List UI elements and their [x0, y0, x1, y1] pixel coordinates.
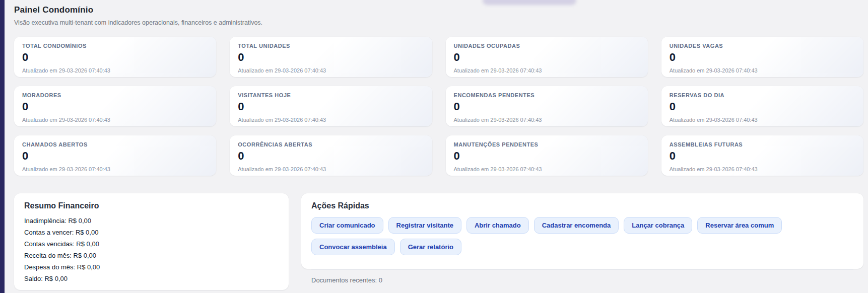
recent-documents-count: Documentos recentes: 0	[311, 276, 853, 284]
stat-updated-timestamp: Atualizado em 29-03-2026 07:40:43	[454, 67, 640, 74]
bottom-panels-row: Resumo Financeiro Inadimplência: R$ 0,00…	[14, 193, 863, 290]
stat-label: ENCOMENDAS PENDENTES	[454, 92, 640, 98]
convocar-assembleia-button[interactable]: Convocar assembleia	[311, 239, 395, 255]
stat-card-visitantes-hoje: VISITANTES HOJE 0 Atualizado em 29-03-20…	[230, 86, 432, 126]
stat-value: 0	[454, 150, 640, 163]
stats-grid: TOTAL CONDOMÍNIOS 0 Atualizado em 29-03-…	[14, 37, 863, 176]
stat-label: VISITANTES HOJE	[238, 92, 424, 98]
stat-updated-timestamp: Atualizado em 29-03-2026 07:40:43	[238, 67, 424, 74]
stat-value: 0	[22, 150, 208, 163]
actions-divider	[311, 269, 853, 270]
stat-card-manutencoes-pendentes: MANUTENÇÕES PENDENTES 0 Atualizado em 29…	[446, 135, 648, 176]
stat-card-reservas-do-dia: RESERVAS DO DIA 0 Atualizado em 29-03-20…	[661, 86, 863, 126]
abrir-chamado-button[interactable]: Abrir chamado	[466, 217, 529, 234]
financial-summary-card: Resumo Financeiro Inadimplência: R$ 0,00…	[14, 193, 289, 290]
stat-value: 0	[238, 100, 424, 113]
stat-value: 0	[454, 100, 640, 113]
stat-label: RESERVAS DO DIA	[670, 92, 855, 98]
stat-value: 0	[670, 100, 855, 113]
stat-card-ocorrencias-abertas: OCORRÊNCIAS ABERTAS 0 Atualizado em 29-0…	[230, 135, 432, 176]
stat-updated-timestamp: Atualizado em 29-03-2026 07:40:43	[238, 117, 424, 123]
stat-label: TOTAL CONDOMÍNIOS	[22, 43, 208, 49]
stat-card-total-unidades: TOTAL UNIDADES 0 Atualizado em 29-03-202…	[230, 37, 432, 77]
stat-label: MANUTENÇÕES PENDENTES	[454, 141, 640, 148]
quick-actions-card: Ações Rápidas Criar comunicado Registrar…	[301, 193, 863, 269]
stat-value: 0	[670, 51, 855, 64]
stat-card-chamados-abertos: CHAMADOS ABERTOS 0 Atualizado em 29-03-2…	[14, 135, 216, 176]
stat-card-assembleias-futuras: ASSEMBLEIAS FUTURAS 0 Atualizado em 29-0…	[661, 135, 863, 176]
quick-actions-buttons-row: Criar comunicado Registrar visitante Abr…	[311, 217, 853, 255]
financial-item-contas-vencidas: Contas vencidas: R$ 0,00	[24, 238, 279, 250]
page-title: Painel Condomínio	[14, 5, 863, 15]
financial-item-despesa-do-mes: Despesa do mês: R$ 0,00	[24, 261, 279, 273]
stat-card-total-condominios: TOTAL CONDOMÍNIOS 0 Atualizado em 29-03-…	[14, 37, 216, 77]
cadastrar-encomenda-button[interactable]: Cadastrar encomenda	[534, 217, 619, 234]
stat-card-encomendas-pendentes: ENCOMENDAS PENDENTES 0 Atualizado em 29-…	[446, 86, 648, 126]
dashboard-content: Painel Condomínio Visão executiva multi-…	[0, 0, 868, 290]
financial-item-receita-do-mes: Receita do mês: R$ 0,00	[24, 250, 279, 261]
quick-actions-title: Ações Rápidas	[311, 201, 853, 210]
stat-updated-timestamp: Atualizado em 29-03-2026 07:40:43	[238, 166, 424, 172]
stat-value: 0	[454, 51, 640, 64]
gerar-relatorio-button[interactable]: Gerar relatório	[400, 239, 461, 255]
stat-updated-timestamp: Atualizado em 29-03-2026 07:40:43	[670, 67, 855, 74]
financial-summary-title: Resumo Financeiro	[24, 201, 279, 210]
stat-label: OCORRÊNCIAS ABERTAS	[238, 141, 424, 148]
stat-value: 0	[238, 51, 424, 64]
stat-value: 0	[670, 150, 855, 163]
stat-updated-timestamp: Atualizado em 29-03-2026 07:40:43	[22, 67, 208, 74]
stat-label: UNIDADES VAGAS	[670, 43, 855, 49]
stat-label: TOTAL UNIDADES	[238, 43, 424, 49]
stat-card-unidades-vagas: UNIDADES VAGAS 0 Atualizado em 29-03-202…	[661, 37, 863, 77]
stat-label: ASSEMBLEIAS FUTURAS	[670, 141, 855, 148]
lancar-cobranca-button[interactable]: Lançar cobrança	[624, 217, 692, 234]
stat-updated-timestamp: Atualizado em 29-03-2026 07:40:43	[670, 117, 855, 123]
stat-updated-timestamp: Atualizado em 29-03-2026 07:40:43	[670, 166, 855, 172]
stat-value: 0	[238, 150, 424, 163]
financial-item-inadimplencia: Inadimplência: R$ 0,00	[24, 215, 279, 227]
stat-updated-timestamp: Atualizado em 29-03-2026 07:40:43	[22, 166, 208, 172]
criar-comunicado-button[interactable]: Criar comunicado	[311, 217, 383, 234]
stat-value: 0	[22, 51, 208, 64]
stat-updated-timestamp: Atualizado em 29-03-2026 07:40:43	[454, 117, 640, 123]
financial-item-saldo: Saldo: R$ 0,00	[24, 273, 279, 284]
financial-summary-list: Inadimplência: R$ 0,00 Contas a vencer: …	[24, 215, 279, 284]
financial-item-contas-a-vencer: Contas a vencer: R$ 0,00	[24, 227, 279, 238]
stat-updated-timestamp: Atualizado em 29-03-2026 07:40:43	[454, 166, 640, 172]
registrar-visitante-button[interactable]: Registrar visitante	[388, 217, 461, 234]
stat-label: MORADORES	[22, 92, 208, 98]
reservar-area-comum-button[interactable]: Reservar área comum	[697, 217, 782, 234]
page-subtitle: Visão executiva multi-tenant com indicad…	[14, 19, 863, 26]
stat-card-moradores: MORADORES 0 Atualizado em 29-03-2026 07:…	[14, 86, 216, 126]
stat-value: 0	[22, 100, 208, 113]
stat-label: UNIDADES OCUPADAS	[454, 43, 640, 49]
stat-updated-timestamp: Atualizado em 29-03-2026 07:40:43	[22, 117, 208, 123]
stat-card-unidades-ocupadas: UNIDADES OCUPADAS 0 Atualizado em 29-03-…	[446, 37, 648, 77]
stat-label: CHAMADOS ABERTOS	[22, 141, 208, 148]
